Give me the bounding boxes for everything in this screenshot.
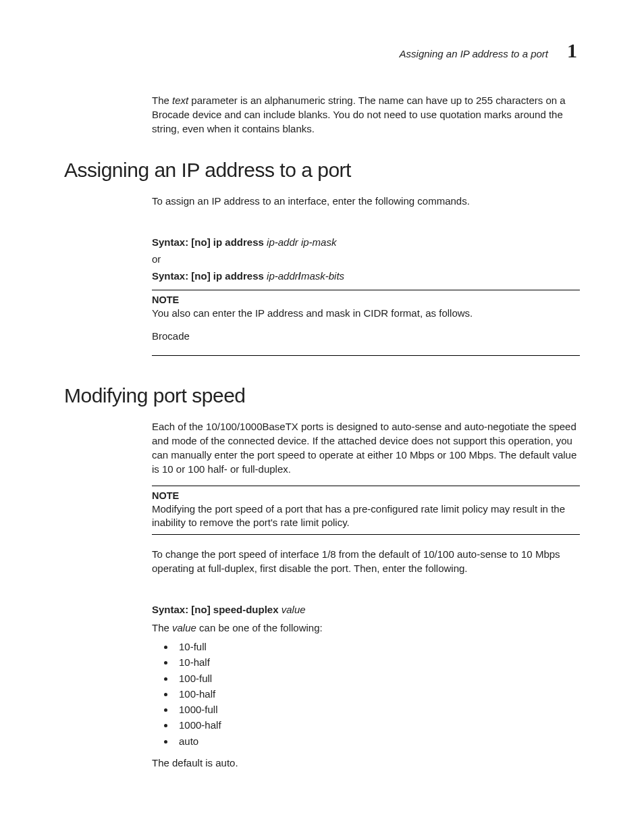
note-label: NOTE — [152, 294, 580, 305]
values-intro: The value can be one of the following: — [152, 621, 580, 635]
syntax-variable: value — [281, 604, 306, 615]
list-item: 1000-full — [175, 702, 580, 717]
syntax-variable: ip-addr ip-mask — [267, 236, 336, 248]
note-label: NOTE — [152, 490, 580, 501]
syntax-label: Syntax: — [152, 270, 188, 282]
note-block-2: NOTE Modifying the port speed of a port … — [152, 486, 580, 535]
section-title-assigning-ip: Assigning an IP address to a port — [64, 159, 580, 182]
syntax-command: [no] ip address — [188, 270, 267, 282]
syntax-label: Syntax: — [152, 236, 188, 248]
value-list: 10-full 10-half 100-full 100-half 1000-f… — [152, 639, 580, 749]
spacer — [152, 217, 580, 236]
syntax-line-1: Syntax: [no] ip address ip-addr ip-mask — [152, 236, 580, 248]
note-block-1: NOTE You also can enter the IP address a… — [152, 290, 580, 355]
note-bottom-rule — [152, 355, 580, 356]
values-intro-italic: value — [172, 622, 196, 633]
document-page: Assigning an IP address to a port 1 The … — [0, 0, 644, 834]
default-line: The default is auto. — [152, 756, 580, 770]
syntax-command: [no] speed-duplex — [188, 604, 281, 615]
chapter-number: 1 — [567, 41, 577, 61]
syntax-variable: mask-bits — [301, 270, 344, 282]
values-intro-post: can be one of the following: — [196, 622, 323, 633]
intro-paragraph: The text parameter is an alphanumeric st… — [152, 93, 580, 136]
intro-paragraph-block: The text parameter is an alphanumeric st… — [152, 93, 580, 136]
note-text: Modifying the port speed of a port that … — [152, 502, 580, 530]
section2-para2: To change the port speed of interface 1/… — [152, 547, 580, 575]
syntax-line-3: Syntax: [no] speed-duplex value — [152, 604, 580, 615]
list-item: 100-full — [175, 671, 580, 686]
running-title: Assigning an IP address to a port — [400, 48, 548, 59]
intro-italic: text — [172, 95, 188, 106]
syntax-line-2: Syntax: [no] ip address ip-addr/mask-bit… — [152, 270, 580, 282]
list-item: 100-half — [175, 686, 580, 702]
syntax-command: [no] ip address — [188, 236, 267, 248]
list-item: 10-full — [175, 639, 580, 654]
or-separator: or — [152, 253, 580, 265]
running-header: Assigning an IP address to a port 1 — [64, 41, 580, 61]
note-text: You also can enter the IP address and ma… — [152, 307, 580, 321]
syntax-variable: ip-addr — [267, 270, 298, 282]
list-item: auto — [175, 733, 580, 749]
section2-body: Each of the 10/100/1000BaseTX ports is d… — [152, 419, 580, 770]
values-intro-pre: The — [152, 622, 172, 633]
syntax-label: Syntax: — [152, 604, 188, 615]
section-title-modifying-port-speed: Modifying port speed — [64, 384, 580, 407]
section1-lead: To assign an IP address to an interface,… — [152, 194, 580, 208]
intro-pre: The — [152, 95, 172, 106]
spacer — [152, 585, 580, 604]
list-item: 1000-half — [175, 717, 580, 733]
list-item: 10-half — [175, 654, 580, 670]
after-note-text: Brocade — [152, 329, 580, 343]
intro-post: parameter is an alphanumeric string. The… — [152, 95, 566, 134]
section1-body: To assign an IP address to an interface,… — [152, 194, 580, 356]
spacer — [152, 321, 580, 329]
section2-lead: Each of the 10/100/1000BaseTX ports is d… — [152, 419, 580, 476]
